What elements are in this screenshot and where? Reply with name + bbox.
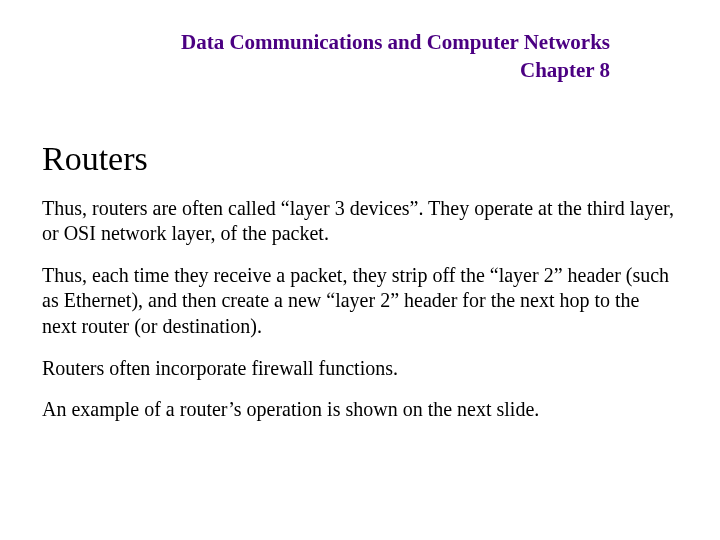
slide-content: Routers Thus, routers are often called “… bbox=[42, 140, 678, 423]
slide-header: Data Communications and Computer Network… bbox=[0, 28, 610, 85]
section-title: Routers bbox=[42, 140, 678, 178]
chapter-label: Chapter 8 bbox=[0, 56, 610, 84]
paragraph: An example of a router’s operation is sh… bbox=[42, 397, 678, 423]
paragraph: Thus, each time they receive a packet, t… bbox=[42, 263, 678, 340]
paragraph: Thus, routers are often called “layer 3 … bbox=[42, 196, 678, 247]
course-title: Data Communications and Computer Network… bbox=[0, 28, 610, 56]
paragraph: Routers often incorporate firewall funct… bbox=[42, 356, 678, 382]
